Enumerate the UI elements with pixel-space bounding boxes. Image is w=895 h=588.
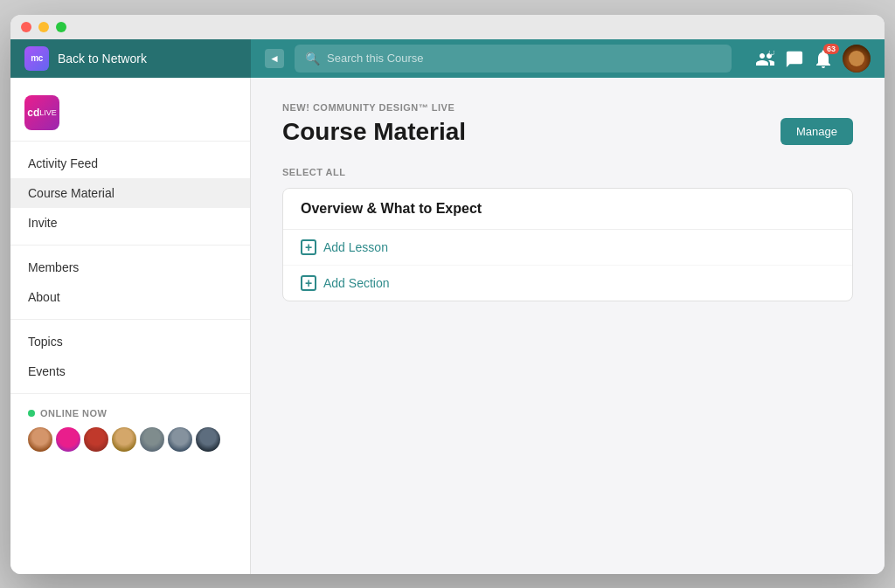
- maximize-dot[interactable]: [56, 22, 66, 32]
- section-title: Overview & What to Expect: [283, 189, 852, 230]
- content-header: Course Material Manage: [282, 118, 853, 146]
- sidebar: cdLIVE Activity Feed Course Material Inv…: [10, 78, 251, 574]
- messages-icon[interactable]: [785, 50, 804, 67]
- online-user-avatar[interactable]: [168, 427, 192, 452]
- online-users-avatars: [28, 427, 232, 452]
- topbar-icons: + 63: [755, 45, 871, 73]
- mc-logo: mc: [24, 46, 49, 71]
- online-user-avatar[interactable]: [196, 427, 220, 452]
- nav-section-community: Members About: [10, 246, 250, 320]
- course-section-card: Overview & What to Expect + Add Lesson +…: [282, 188, 853, 301]
- sidebar-logo-area: cdLIVE: [10, 78, 250, 142]
- online-user-avatar[interactable]: [140, 427, 164, 452]
- minimize-dot[interactable]: [38, 22, 49, 32]
- sidebar-item-about[interactable]: About: [10, 282, 250, 312]
- topbar: mc Back to Network ◄ 🔍 +: [10, 39, 885, 78]
- add-lesson-button[interactable]: + Add Lesson: [283, 230, 852, 266]
- sidebar-item-invite[interactable]: Invite: [10, 208, 250, 238]
- sidebar-item-activity-feed[interactable]: Activity Feed: [10, 149, 250, 178]
- sidebar-item-events[interactable]: Events: [10, 356, 250, 386]
- content-subtitle: NEW! COMMUNITY DESIGN™ LIVE: [282, 102, 853, 113]
- manage-button[interactable]: Manage: [781, 118, 853, 145]
- online-user-avatar[interactable]: [112, 427, 136, 452]
- plus-icon: +: [301, 239, 316, 255]
- sidebar-item-course-material[interactable]: Course Material: [10, 178, 250, 208]
- add-section-button[interactable]: + Add Section: [283, 266, 852, 301]
- online-user-avatar[interactable]: [56, 427, 80, 452]
- sidebar-item-members[interactable]: Members: [10, 252, 250, 282]
- page-title: Course Material: [282, 118, 466, 146]
- online-indicator: [28, 410, 35, 417]
- cd-logo: cdLIVE: [24, 95, 59, 130]
- notifications-icon[interactable]: 63: [815, 49, 832, 68]
- online-user-avatar[interactable]: [28, 427, 52, 452]
- search-icon: 🔍: [305, 52, 320, 66]
- collapse-sidebar-button[interactable]: ◄: [265, 49, 284, 68]
- select-all-label: SELECT ALL: [282, 167, 853, 177]
- close-dot[interactable]: [21, 22, 31, 32]
- nav-section-extra: Topics Events: [10, 320, 250, 394]
- topbar-right: ◄ 🔍 +: [251, 45, 885, 73]
- search-input[interactable]: [327, 52, 721, 65]
- topbar-left: mc Back to Network: [10, 39, 251, 78]
- titlebar: [10, 15, 885, 39]
- content-area: NEW! COMMUNITY DESIGN™ LIVE Course Mater…: [251, 78, 885, 574]
- notification-badge: 63: [823, 44, 839, 54]
- online-user-avatar[interactable]: [84, 427, 108, 452]
- search-bar: 🔍: [295, 45, 732, 73]
- main-content: cdLIVE Activity Feed Course Material Inv…: [10, 78, 885, 574]
- user-avatar[interactable]: [843, 45, 871, 73]
- nav-section-primary: Activity Feed Course Material Invite: [10, 142, 250, 246]
- online-section: ONLINE NOW: [10, 394, 250, 466]
- app-layout: mc Back to Network ◄ 🔍 +: [10, 39, 885, 574]
- add-member-icon[interactable]: +: [755, 51, 774, 66]
- sidebar-item-topics[interactable]: Topics: [10, 327, 250, 356]
- back-to-network-link[interactable]: Back to Network: [58, 52, 147, 66]
- online-now-label: ONLINE NOW: [28, 408, 232, 419]
- plus-icon: +: [301, 275, 316, 291]
- app-window: mc Back to Network ◄ 🔍 +: [10, 15, 885, 574]
